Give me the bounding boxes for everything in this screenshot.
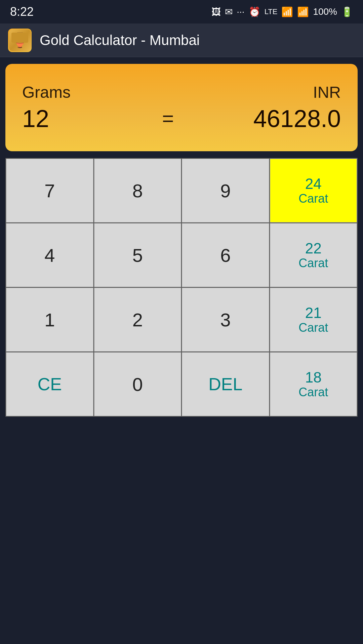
display-panel: Grams INR 12 = 46128.0 [5, 64, 358, 151]
equals-sign: = [162, 107, 174, 130]
inr-value: 46128.0 [253, 105, 341, 132]
dots-icon: ··· [237, 6, 244, 17]
app-icon [8, 29, 32, 52]
lte-icon: LTE [265, 7, 278, 16]
button-6[interactable]: 6 [182, 223, 269, 287]
alarm-icon: ⏰ [249, 6, 260, 17]
mail-icon: ✉ [225, 6, 233, 17]
button-7[interactable]: 7 [6, 159, 93, 223]
button-18carat[interactable]: 18 Carat [270, 352, 357, 416]
button-5[interactable]: 5 [94, 223, 182, 287]
status-time: 8:22 [10, 5, 34, 19]
display-values: 12 = 46128.0 [22, 105, 341, 132]
button-0[interactable]: 0 [94, 352, 182, 416]
button-22carat[interactable]: 22 Carat [270, 223, 357, 287]
app-header: Gold Calculator - Mumbai [0, 24, 363, 57]
inr-label: INR [313, 83, 341, 102]
wifi-icon: 📶 [281, 6, 293, 17]
button-21carat[interactable]: 21 Carat [270, 288, 357, 352]
calculator-grid: 7 8 9 24 Carat 4 5 6 22 Carat 1 2 3 21 C… [5, 158, 358, 417]
button-3[interactable]: 3 [182, 288, 269, 352]
battery-icon: 🔋 [341, 6, 353, 17]
button-del[interactable]: DEL [182, 352, 269, 416]
button-1[interactable]: 1 [6, 288, 93, 352]
gallery-icon: 🖼 [211, 6, 221, 17]
button-ce[interactable]: CE [6, 352, 93, 416]
app-icon-image [9, 29, 31, 51]
status-icons: 🖼 ✉ ··· ⏰ LTE 📶 📶 100% 🔋 [211, 6, 353, 17]
app-title: Gold Calculator - Mumbai [40, 32, 200, 48]
button-8[interactable]: 8 [94, 159, 182, 223]
grams-label: Grams [22, 83, 71, 102]
button-2[interactable]: 2 [94, 288, 182, 352]
button-24carat[interactable]: 24 Carat [270, 159, 357, 223]
button-9[interactable]: 9 [182, 159, 269, 223]
display-labels: Grams INR [22, 83, 341, 102]
grams-value: 12 [22, 105, 83, 132]
battery-text: 100% [313, 6, 337, 17]
status-bar: 8:22 🖼 ✉ ··· ⏰ LTE 📶 📶 100% 🔋 [0, 0, 363, 24]
button-4[interactable]: 4 [6, 223, 93, 287]
signal-icon: 📶 [297, 6, 309, 17]
